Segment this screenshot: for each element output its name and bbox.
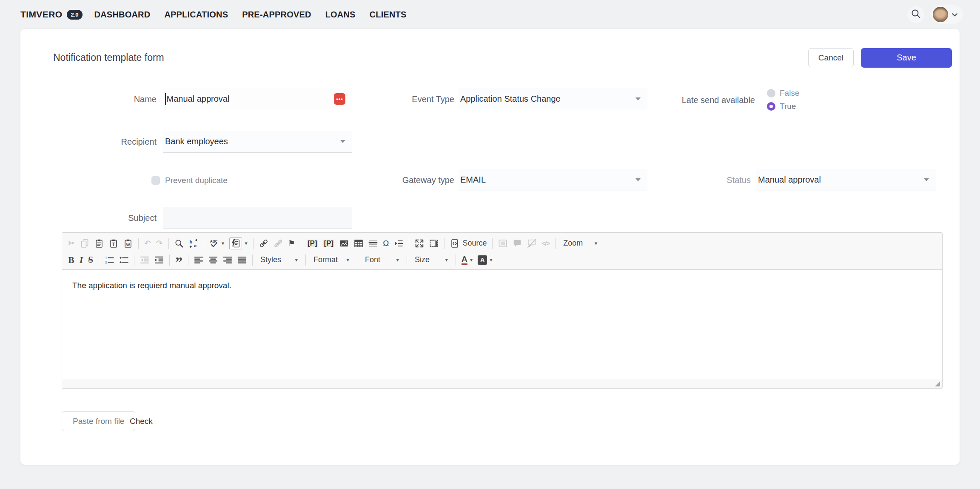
italic-button[interactable]: I — [77, 254, 85, 266]
align-center-button[interactable] — [206, 254, 220, 266]
check-button[interactable]: Check — [130, 411, 153, 431]
styles-dropdown-label: Styles — [260, 255, 281, 264]
code-snippet-icon: </> — [541, 240, 550, 246]
late-send-option-true[interactable]: True — [767, 100, 799, 112]
nav-item-applications[interactable]: APPLICATIONS — [164, 10, 228, 20]
nav-item-clients[interactable]: CLIENTS — [370, 10, 407, 20]
maximize-icon — [415, 239, 424, 248]
placeholder-button[interactable]: [P] — [305, 238, 320, 248]
status-label: Status — [671, 175, 751, 185]
chevron-down-icon: ▾ — [490, 257, 493, 263]
status-select[interactable]: Manual approval — [756, 169, 936, 191]
maximize-button[interactable] — [413, 237, 426, 249]
late-send-option-false[interactable]: False — [767, 87, 799, 99]
select-frame-button — [496, 237, 510, 249]
format-dropdown-label: Format — [313, 255, 338, 264]
special-character-button[interactable]: Ω — [381, 238, 391, 249]
numbered-list-button[interactable]: 12 — [103, 254, 116, 266]
recipient-value: Bank employees — [165, 137, 228, 146]
text-color-icon: A — [462, 255, 467, 265]
background-color-button[interactable]: A▾ — [476, 254, 495, 266]
chevron-down-icon: ▾ — [346, 257, 349, 263]
paste-from-word-button[interactable]: W — [121, 237, 135, 249]
scayt-button[interactable]: ▾ — [227, 236, 250, 251]
align-justify-button[interactable] — [235, 254, 249, 266]
align-left-button[interactable] — [192, 254, 205, 266]
svg-text:T: T — [112, 242, 115, 247]
image-button[interactable] — [337, 237, 351, 249]
name-input[interactable]: Manual approval ••• — [163, 88, 352, 110]
bold-button[interactable]: B — [66, 254, 77, 266]
redo-icon: ↷ — [156, 239, 163, 247]
toolbar-separator — [168, 238, 169, 249]
nav-item-loans[interactable]: LOANS — [325, 10, 356, 20]
toolbar-separator — [407, 255, 407, 266]
format-dropdown-button[interactable]: Format▾ — [309, 254, 353, 266]
event-type-select[interactable]: Application Status Change — [459, 88, 647, 110]
nav-item-pre-approved[interactable]: PRE-APPROVED — [242, 10, 311, 20]
decrease-indent-icon — [140, 255, 149, 265]
align-right-icon — [223, 255, 232, 265]
toolbar-separator — [252, 255, 253, 266]
find-button[interactable] — [172, 237, 186, 249]
search-button[interactable] — [907, 6, 924, 23]
replace-button[interactable]: ba — [187, 237, 200, 249]
gateway-type-select[interactable]: EMAIL — [459, 169, 647, 191]
late-send-label: Late send available — [675, 95, 755, 105]
text-cursor — [165, 93, 166, 105]
recipient-select[interactable]: Bank employees — [163, 131, 352, 153]
spell-check-icon: ABC — [210, 239, 219, 248]
text-color-button[interactable]: A▾ — [459, 254, 475, 266]
blockquote-button[interactable]: ” — [173, 255, 185, 265]
link-button[interactable] — [257, 237, 271, 249]
horizontal-rule-button[interactable] — [366, 237, 380, 249]
source-button[interactable]: Source — [448, 237, 489, 249]
editor-content[interactable]: The application is requierd manual appro… — [62, 270, 942, 380]
prevent-duplicate-checkbox[interactable] — [151, 176, 160, 185]
strikethrough-button[interactable]: S — [86, 254, 95, 266]
align-right-button[interactable] — [221, 254, 234, 266]
resize-handle[interactable] — [935, 381, 940, 386]
user-menu[interactable] — [931, 5, 963, 24]
anchor-button[interactable]: ⚑ — [286, 238, 297, 249]
cancel-button[interactable]: Cancel — [808, 48, 854, 67]
subject-input[interactable] — [163, 207, 352, 229]
page-break-button[interactable] — [392, 237, 405, 249]
late-send-field-group: Late send available FalseTrue — [675, 87, 799, 113]
spell-check-button[interactable]: ABC▾ — [208, 237, 227, 249]
select-frame-icon — [498, 239, 507, 248]
show-blocks-button[interactable] — [427, 237, 441, 249]
toolbar-separator — [169, 255, 170, 266]
placeholder-icon: [P] — [307, 240, 318, 247]
size-dropdown-button[interactable]: Size▾ — [410, 254, 452, 266]
notification-template-card: Notification template form Cancel Save N… — [20, 29, 960, 465]
bulleted-list-button[interactable] — [117, 254, 131, 266]
dropdown-arrow-icon — [635, 97, 641, 100]
late-send-radio-group: FalseTrue — [767, 87, 799, 113]
password-manager-icon[interactable]: ••• — [334, 93, 345, 105]
toolbar-separator — [357, 255, 357, 266]
cut-icon: ✂ — [68, 239, 75, 247]
redo-button: ↷ — [154, 238, 165, 249]
radio-selected-icon[interactable] — [767, 102, 775, 111]
brand-logo[interactable]: TIMVERO — [20, 9, 62, 20]
styles-dropdown-button[interactable]: Styles▾ — [256, 254, 302, 266]
radio-unselected-icon[interactable] — [767, 89, 775, 97]
status-field-group: Status Manual approval — [671, 169, 936, 191]
table-button[interactable] — [352, 237, 365, 249]
font-dropdown-button[interactable]: Font▾ — [361, 254, 403, 266]
increase-indent-button[interactable] — [152, 254, 166, 266]
paste-button[interactable] — [92, 237, 106, 249]
prevent-duplicate-label: Prevent duplicate — [165, 176, 228, 185]
toolbar-separator — [204, 238, 204, 249]
toolbar-separator — [138, 238, 139, 249]
paste-from-file-button[interactable]: Paste from file — [62, 411, 135, 431]
chevron-down-icon — [952, 11, 957, 18]
placeholder-select-button[interactable]: [P] — [321, 238, 337, 248]
find-icon — [174, 239, 184, 248]
save-button[interactable]: Save — [861, 48, 952, 68]
nav-item-dashboard[interactable]: DASHBOARD — [94, 10, 151, 20]
chevron-down-icon: ▾ — [445, 257, 448, 263]
zoom-button[interactable]: Zoom▾ — [559, 237, 601, 249]
paste-plain-text-button[interactable]: T — [107, 237, 120, 249]
